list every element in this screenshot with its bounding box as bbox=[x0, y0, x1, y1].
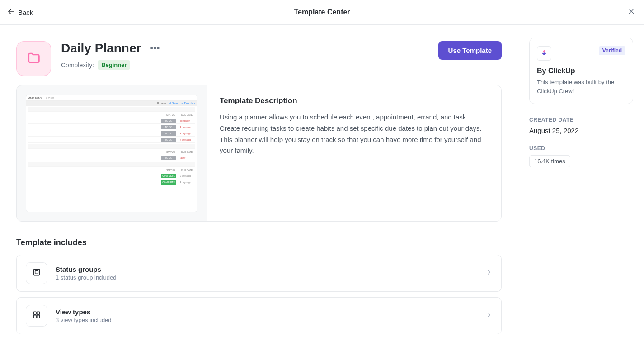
include-subtitle: 3 view types included bbox=[56, 317, 478, 323]
created-date-value: August 25, 2022 bbox=[529, 127, 633, 134]
include-title: View types bbox=[56, 308, 478, 316]
preview-col-duedate: DUE DATE bbox=[181, 114, 193, 116]
description-pane: Template Description Using a planner all… bbox=[207, 85, 501, 221]
include-title: Status groups bbox=[56, 266, 478, 273]
folder-icon bbox=[26, 50, 42, 67]
preview-status-todo: TO DO bbox=[161, 119, 176, 123]
complexity-label: Complexity: bbox=[61, 62, 94, 69]
page-title: Template Center bbox=[294, 8, 350, 16]
more-options-button[interactable]: ••• bbox=[150, 44, 160, 53]
back-label: Back bbox=[18, 9, 33, 16]
preview-status-complete: COMPLETE bbox=[161, 174, 176, 178]
svg-rect-5 bbox=[33, 312, 36, 314]
author-card: Verified By ClickUp This template was bu… bbox=[529, 38, 633, 104]
used-label: USED bbox=[529, 145, 633, 152]
preview-add-view: + View bbox=[46, 96, 54, 99]
ellipsis-icon: ••• bbox=[150, 44, 160, 53]
preview-filter: ☰ Filter bbox=[157, 102, 166, 105]
sidebar: Verified By ClickUp This template was bu… bbox=[518, 25, 644, 351]
grid-icon bbox=[32, 310, 41, 321]
close-icon bbox=[628, 8, 635, 17]
arrow-left-icon bbox=[7, 8, 15, 17]
status-groups-icon-box bbox=[26, 262, 47, 284]
description-card: Daily Board + View ☰ Filter M Group by: … bbox=[16, 85, 502, 222]
includes-heading: Template includes bbox=[16, 238, 502, 247]
include-view-types[interactable]: View types 3 view types included bbox=[16, 297, 502, 334]
modal-header: Back Template Center bbox=[0, 0, 644, 25]
template-preview-image: Daily Board + View ☰ Filter M Group by: … bbox=[26, 95, 197, 212]
description-heading: Template Description bbox=[220, 96, 489, 105]
chevron-right-icon bbox=[486, 269, 492, 277]
template-icon bbox=[16, 41, 51, 76]
complexity-badge: Beginner bbox=[98, 60, 130, 70]
author-description: This template was built by the ClickUp C… bbox=[537, 78, 625, 95]
svg-rect-6 bbox=[37, 312, 40, 314]
description-text: Using a planner allows you to schedule e… bbox=[220, 112, 489, 157]
used-count: 16.4K times bbox=[529, 155, 570, 167]
svg-rect-8 bbox=[37, 315, 40, 318]
verified-badge: Verified bbox=[599, 46, 625, 55]
square-stack-icon bbox=[32, 268, 41, 279]
preview-group-by: M Group by: Due date bbox=[169, 102, 195, 105]
main-content: Daily Planner ••• Complexity: Beginner U… bbox=[0, 25, 518, 351]
chevron-right-icon bbox=[486, 312, 492, 320]
include-status-groups[interactable]: Status groups 1 status group included bbox=[16, 255, 502, 292]
svg-rect-7 bbox=[33, 315, 36, 318]
svg-rect-3 bbox=[33, 269, 39, 275]
created-date-label: CREATED DATE bbox=[529, 117, 633, 123]
template-title: Daily Planner bbox=[61, 41, 141, 56]
view-types-icon-box bbox=[26, 305, 47, 327]
back-button[interactable]: Back bbox=[7, 8, 33, 17]
preview-tab: Daily Board bbox=[28, 96, 42, 99]
author-logo bbox=[537, 46, 551, 61]
include-subtitle: 1 status group included bbox=[56, 274, 478, 281]
template-preview-pane: Daily Board + View ☰ Filter M Group by: … bbox=[17, 85, 207, 221]
author-name: By ClickUp bbox=[537, 67, 625, 75]
close-button[interactable] bbox=[626, 6, 637, 19]
use-template-button[interactable]: Use Template bbox=[438, 41, 502, 60]
clickup-logo-icon bbox=[541, 49, 548, 58]
svg-rect-4 bbox=[35, 271, 38, 274]
preview-col-status: STATUS bbox=[166, 114, 175, 116]
